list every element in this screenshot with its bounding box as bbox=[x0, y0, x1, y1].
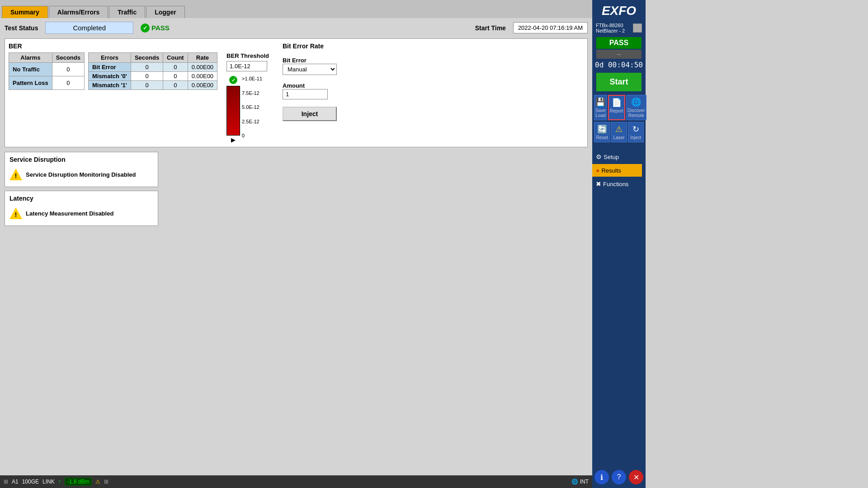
sidebar-item-results[interactable]: ● Results bbox=[592, 164, 642, 177]
error-name: Bit Error bbox=[88, 63, 131, 72]
ber-pass-icon: ✓ bbox=[229, 76, 237, 84]
device-info: FTBx-88260 NetBlazer - 2 bbox=[592, 22, 646, 35]
errors-seconds-col-header: Seconds bbox=[131, 53, 163, 63]
warning-status-icon: ⚠ bbox=[95, 479, 100, 485]
report-icon: 📄 bbox=[612, 98, 622, 108]
ber-threshold-label: BER Threshold bbox=[226, 52, 269, 59]
start-button[interactable]: Start bbox=[596, 73, 642, 91]
pass-badge: ✓ PASS bbox=[141, 23, 170, 33]
error-seconds: 0 bbox=[131, 72, 163, 81]
inject-button[interactable]: Inject bbox=[283, 107, 337, 121]
test-status-row: Test Status Completed ✓ PASS Start Time … bbox=[5, 22, 588, 34]
bit-error-rate-title: Bit Error Rate bbox=[283, 42, 337, 50]
service-disruption-text: Service Disruption Monitoring Disabled bbox=[26, 171, 136, 178]
sidebar-timer: 0d 00:04:50 bbox=[595, 61, 643, 69]
laser-button[interactable]: ⚠ Laser bbox=[611, 122, 627, 142]
error-rate: 0.00E00 bbox=[188, 63, 217, 72]
save-load-button[interactable]: 💾 SaveLoad bbox=[594, 95, 607, 120]
bit-error-field: Bit Error Manual Auto bbox=[283, 57, 337, 75]
error-seconds: 0 bbox=[131, 81, 163, 90]
errors-rate-col-header: Rate bbox=[188, 53, 217, 63]
status-grid-icon: ⊞ bbox=[4, 479, 8, 485]
service-disruption-warning-icon bbox=[9, 169, 22, 180]
error-count: 0 bbox=[163, 72, 188, 81]
amount-label: Amount bbox=[283, 82, 337, 89]
device-model: NetBlazer - 2 bbox=[596, 28, 625, 33]
reset-button[interactable]: 🔄 Reset bbox=[594, 122, 610, 142]
slot-label: A1 bbox=[12, 479, 19, 485]
ber-scale-label: >1.0E-11 bbox=[242, 76, 262, 81]
tab-bar: SummaryAlarms/ErrorsTrafficLogger bbox=[0, 0, 592, 18]
setup-label: Setup bbox=[604, 154, 619, 160]
ber-scale-label: 5.0E-12 bbox=[242, 104, 262, 110]
errors-count-col-header: Count bbox=[163, 53, 188, 63]
ber-threshold-area: BER Threshold bbox=[226, 52, 269, 71]
alarm-name: No Traffic bbox=[9, 63, 52, 76]
ber-chart-scale-area: ✓ ▶ >1.0E-117.5E-125.0E-122.5E-120 bbox=[226, 76, 269, 143]
latency-title: Latency bbox=[9, 195, 153, 202]
latency-section: Latency Latency Measurement Disabled bbox=[5, 191, 158, 226]
exfo-logo: EXFO bbox=[592, 0, 646, 22]
ber-scale-label: 0 bbox=[242, 133, 262, 138]
sidebar-pass-display: PASS bbox=[596, 37, 642, 49]
sidebar-menu: ⚙ Setup ● Results ✖ Functions bbox=[592, 150, 646, 191]
amount-input[interactable] bbox=[283, 89, 328, 99]
content-pane: Test Status Completed ✓ PASS Start Time … bbox=[0, 18, 592, 475]
alarm-seconds: 0 bbox=[52, 76, 84, 90]
error-rate: 0.00E00 bbox=[188, 81, 217, 90]
inject-icon: ↻ bbox=[632, 124, 639, 134]
alarms-table: Alarms Seconds No Traffic0Pattern Loss0 bbox=[9, 52, 85, 90]
tab-alarms-errors[interactable]: Alarms/Errors bbox=[49, 6, 108, 18]
error-name: Mismatch '1' bbox=[88, 81, 131, 90]
close-button[interactable]: ✕ bbox=[629, 470, 643, 484]
alarm-name: Pattern Loss bbox=[9, 76, 52, 90]
service-disruption-section: Service Disruption Service Disruption Mo… bbox=[5, 152, 158, 187]
service-disruption-row: Service Disruption Monitoring Disabled bbox=[9, 166, 153, 183]
tab-summary[interactable]: Summary bbox=[2, 6, 48, 18]
bit-error-label: Bit Error bbox=[283, 57, 337, 64]
tool-buttons-row2: 🔄 Reset ⚠ Laser ↻ Inject bbox=[594, 122, 644, 142]
bit-error-rate-section: Bit Error Rate Bit Error Manual Auto Amo… bbox=[283, 42, 337, 143]
ber-bar bbox=[226, 86, 240, 136]
service-disruption-title: Service Disruption bbox=[9, 156, 153, 163]
bottom-icon-row: ℹ ? ✕ bbox=[594, 470, 643, 484]
tab-traffic[interactable]: Traffic bbox=[109, 6, 145, 18]
device-name: FTBx-88260 bbox=[596, 23, 625, 28]
help-button[interactable]: ? bbox=[612, 470, 626, 484]
discover-icon: 🌐 bbox=[631, 97, 641, 107]
pass-label: PASS bbox=[151, 24, 170, 32]
report-button[interactable]: 📄 Report bbox=[608, 95, 625, 120]
error-row: Mismatch '1'000.00E00 bbox=[88, 81, 217, 90]
ber-threshold-input[interactable] bbox=[226, 61, 267, 71]
tab-logger[interactable]: Logger bbox=[146, 6, 184, 18]
device-icon bbox=[633, 23, 642, 33]
alarm-row: No Traffic0 bbox=[9, 63, 85, 76]
error-row: Bit Error000.00E00 bbox=[88, 63, 217, 72]
error-seconds: 0 bbox=[131, 63, 163, 72]
sidebar-item-setup[interactable]: ⚙ Setup bbox=[592, 150, 642, 163]
ber-left: BER Alarms Seconds No Traffic0Pattern Lo… bbox=[9, 42, 217, 143]
speed-label: 100GE bbox=[22, 479, 39, 485]
errors-col-header: Errors bbox=[88, 53, 131, 63]
grid-status-icon: ⊞ bbox=[104, 479, 108, 485]
link-up-icon: ↑ bbox=[58, 479, 61, 485]
discover-remote-button[interactable]: 🌐 DiscoverRemote bbox=[626, 95, 646, 120]
sidebar-item-functions[interactable]: ✖ Functions bbox=[592, 178, 642, 190]
right-sidebar: EXFO FTBx-88260 NetBlazer - 2 PASS -- 0d… bbox=[592, 0, 646, 488]
latency-row: Latency Measurement Disabled bbox=[9, 205, 153, 222]
ber-tables: Alarms Seconds No Traffic0Pattern Loss0 … bbox=[9, 52, 217, 90]
error-name: Mismatch '0' bbox=[88, 72, 131, 81]
pass-circle-icon: ✓ bbox=[141, 23, 150, 33]
latency-warning-icon bbox=[9, 207, 22, 219]
sidebar-dash-display: -- bbox=[596, 50, 642, 59]
info-button[interactable]: ℹ bbox=[594, 470, 609, 484]
inject-tool-button[interactable]: ↻ Inject bbox=[628, 122, 644, 142]
test-status-value: Completed bbox=[45, 22, 133, 34]
laser-icon: ⚠ bbox=[615, 124, 623, 134]
seconds-col-header: Seconds bbox=[52, 53, 84, 63]
ber-title: BER bbox=[9, 42, 217, 50]
status-bar-right: 🌐 INT bbox=[571, 479, 589, 485]
latency-text: Latency Measurement Disabled bbox=[26, 210, 113, 217]
bit-error-dropdown[interactable]: Manual Auto bbox=[283, 64, 337, 75]
start-time-label: Start Time bbox=[475, 24, 506, 32]
